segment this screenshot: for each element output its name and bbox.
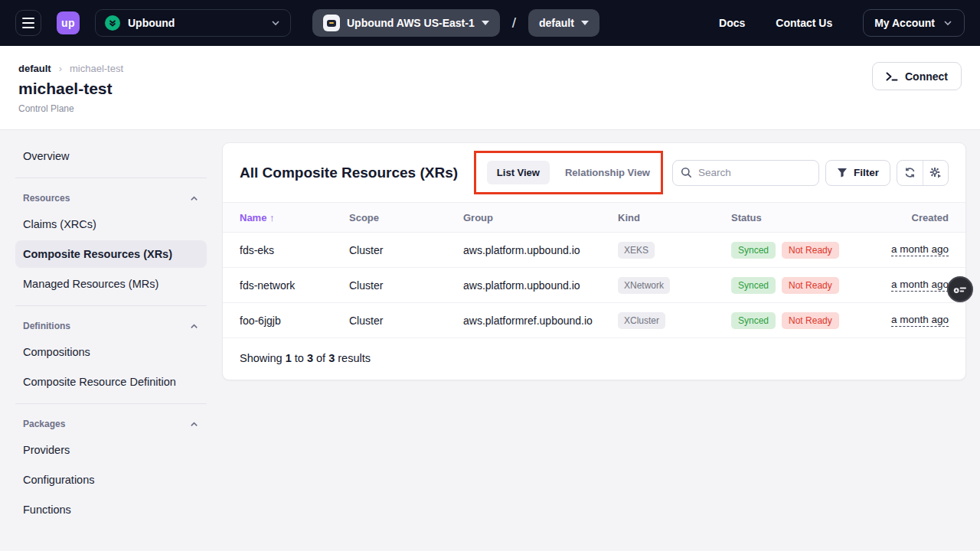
cell-group: aws.platform.upbound.io <box>463 244 618 256</box>
results-total: 3 <box>328 352 335 364</box>
organization-select[interactable]: Upbound <box>95 9 291 37</box>
control-plane-select[interactable]: Upbound AWS US-East-1 <box>312 9 500 37</box>
sidebar-section-packages[interactable]: Packages <box>15 412 207 436</box>
chevron-up-icon <box>189 419 199 429</box>
search-input[interactable] <box>698 167 811 178</box>
not-ready-badge: Not Ready <box>782 277 839 294</box>
sidebar-item-overview[interactable]: Overview <box>15 142 207 170</box>
floating-changelog-button[interactable] <box>947 276 973 302</box>
composite-resources-card: All Composite Resources (XRs) List View … <box>222 142 966 380</box>
card-title: All Composite Resources (XRs) <box>240 165 458 181</box>
table-header: Name ↑ Scope Group Kind Status Created <box>223 202 965 233</box>
sidebar-item-composite-resource-definition[interactable]: Composite Resource Definition <box>15 368 207 396</box>
card-header: All Composite Resources (XRs) List View … <box>223 143 965 202</box>
hamburger-icon <box>22 18 34 19</box>
refresh-button[interactable] <box>897 161 923 185</box>
cell-status: Synced Not Ready <box>731 242 891 259</box>
breadcrumb-current: michael-test <box>70 63 123 74</box>
page-title: michael-test <box>18 80 962 98</box>
sidebar-item-configurations[interactable]: Configurations <box>15 466 207 494</box>
breadcrumb: default › michael-test <box>18 63 962 74</box>
topbar: up Upbound Upbound AWS US-East-1 / defau… <box>0 0 980 46</box>
sidebar-item-providers[interactable]: Providers <box>15 436 207 464</box>
sidebar-item-composite-resources[interactable]: Composite Resources (XRs) <box>15 240 207 268</box>
table-row[interactable]: foo-6jgjb Cluster aws.platformref.upboun… <box>223 303 965 338</box>
cell-status: Synced Not Ready <box>731 312 891 329</box>
table-row[interactable]: fds-eks Cluster aws.platform.upbound.io … <box>223 233 965 268</box>
hamburger-menu-button[interactable] <box>15 10 41 36</box>
column-header-group[interactable]: Group <box>463 212 618 223</box>
refresh-button-group <box>897 160 949 186</box>
kind-badge: XCluster <box>618 312 665 329</box>
synced-badge: Synced <box>731 277 776 294</box>
organization-label: Upbound <box>128 17 263 29</box>
sidebar: Overview Resources Claims (XRCs) Composi… <box>15 142 207 526</box>
kind-badge: XNetwork <box>618 277 670 294</box>
relationship-view-tab[interactable]: Relationship View <box>565 167 650 178</box>
organization-icon <box>105 15 120 31</box>
cell-name[interactable]: fds-network <box>240 279 349 292</box>
cell-scope: Cluster <box>349 279 463 292</box>
sidebar-item-claims[interactable]: Claims (XRCs) <box>15 210 207 238</box>
sidebar-item-compositions[interactable]: Compositions <box>15 338 207 366</box>
content-area: Overview Resources Claims (XRCs) Composi… <box>0 130 980 551</box>
filter-button[interactable]: Filter <box>825 160 890 186</box>
results-from: 1 <box>286 352 292 364</box>
search-icon <box>681 167 692 178</box>
filter-label: Filter <box>854 167 879 178</box>
red-annotation-box: List View Relationship View <box>474 151 663 194</box>
my-account-label: My Account <box>874 17 935 29</box>
synced-badge: Synced <box>731 312 776 329</box>
upbound-logo[interactable]: up <box>57 11 80 34</box>
connect-label: Connect <box>905 70 948 83</box>
section-title: Packages <box>23 419 65 429</box>
cell-created[interactable]: a month ago <box>891 279 949 292</box>
sidebar-section-resources[interactable]: Resources <box>15 186 207 210</box>
cell-group: aws.platform.upbound.io <box>463 279 618 292</box>
group-label: default <box>539 17 574 29</box>
cell-created[interactable]: a month ago <box>891 314 949 327</box>
control-plane-icon <box>323 15 340 31</box>
section-title: Resources <box>23 193 70 204</box>
gear-play-icon <box>929 167 942 178</box>
chevron-up-icon <box>189 194 199 204</box>
column-header-name[interactable]: Name ↑ <box>240 212 349 223</box>
terminal-icon <box>886 71 898 82</box>
chevron-down-icon <box>270 18 281 28</box>
sidebar-section-definitions[interactable]: Definitions <box>15 314 207 338</box>
card-controls: List View Relationship View Filter <box>474 151 949 194</box>
sidebar-item-functions[interactable]: Functions <box>15 496 207 523</box>
docs-link[interactable]: Docs <box>719 17 745 29</box>
cell-created[interactable]: a month ago <box>891 243 949 256</box>
filter-funnel-icon <box>837 168 848 178</box>
cell-name[interactable]: foo-6jgjb <box>240 315 349 327</box>
column-header-kind[interactable]: Kind <box>618 212 731 223</box>
section-title: Definitions <box>23 321 70 331</box>
refresh-icon <box>904 167 916 178</box>
contact-us-link[interactable]: Contact Us <box>776 17 832 29</box>
not-ready-badge: Not Ready <box>782 312 839 329</box>
divider <box>15 403 207 404</box>
column-header-status[interactable]: Status <box>731 212 912 223</box>
divider <box>15 178 207 178</box>
column-header-created[interactable]: Created <box>912 212 949 223</box>
group-select[interactable]: default <box>528 9 599 37</box>
search-box[interactable] <box>672 160 819 186</box>
results-summary: Showing 1 to 3 of 3 results <box>223 338 965 380</box>
my-account-button[interactable]: My Account <box>863 9 965 37</box>
cell-scope: Cluster <box>349 315 463 327</box>
table-row[interactable]: fds-network Cluster aws.platform.upbound… <box>223 268 965 303</box>
auto-refresh-settings-button[interactable] <box>923 161 948 185</box>
page-header: default › michael-test michael-test Cont… <box>0 46 980 130</box>
connect-button[interactable]: Connect <box>872 62 962 90</box>
breadcrumb-parent[interactable]: default <box>18 63 51 74</box>
page-subtitle: Control Plane <box>18 103 962 114</box>
list-view-tab[interactable]: List View <box>487 161 550 184</box>
not-ready-badge: Not Ready <box>782 242 839 259</box>
cell-name[interactable]: fds-eks <box>240 244 349 256</box>
sidebar-item-managed-resources[interactable]: Managed Resources (MRs) <box>15 270 207 298</box>
column-header-scope[interactable]: Scope <box>349 212 463 223</box>
cell-group: aws.platformref.upbound.io <box>463 315 618 327</box>
chevron-down-icon <box>942 18 953 28</box>
cell-status: Synced Not Ready <box>731 277 891 294</box>
